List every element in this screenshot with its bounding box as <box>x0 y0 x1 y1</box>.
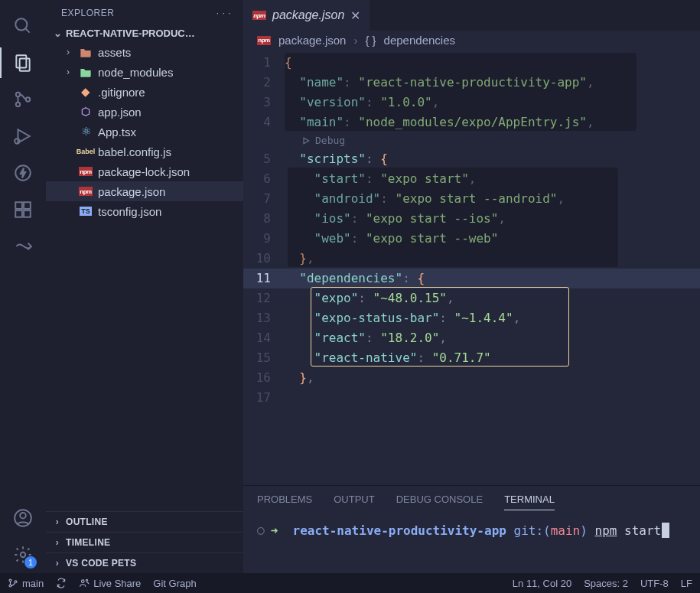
terminal[interactable]: ○ ➜ react-native-productivity-app git:(m… <box>243 515 700 573</box>
tree-file-gitignore[interactable]: ◆ .gitignore <box>46 82 243 102</box>
tree-folder-node-modules[interactable]: › node_modules <box>46 62 243 82</box>
tree-file-app-tsx[interactable]: ⚛ App.tsx <box>46 122 243 142</box>
code-editor[interactable]: 1{ 2 "name": "react-native-productivity-… <box>243 50 700 485</box>
tree-label: node_modules <box>98 66 173 79</box>
svg-rect-2 <box>16 55 26 67</box>
panel-tabs: PROBLEMS OUTPUT DEBUG CONSOLE TERMINAL <box>243 486 700 515</box>
svg-point-21 <box>82 580 85 583</box>
svg-line-1 <box>25 28 29 32</box>
chevron-right-icon: › <box>52 516 63 527</box>
git-icon: ◆ <box>78 85 93 99</box>
svg-point-20 <box>15 581 17 583</box>
file-tree: › assets › node_modules ◆ .gitignore app… <box>46 42 243 511</box>
svg-point-4 <box>16 93 20 96</box>
tabs-row: npm package.json ✕ <box>243 0 700 31</box>
sidebar-title: EXPLORER <box>61 8 217 18</box>
terminal-cmd-rest: start <box>624 523 661 538</box>
chevron-right-icon: › <box>63 47 73 57</box>
chevron-right-icon: › <box>52 558 63 569</box>
source-control-icon[interactable] <box>5 81 41 118</box>
tree-folder-assets[interactable]: › assets <box>46 42 243 62</box>
tree-label: assets <box>98 46 131 59</box>
more-icon[interactable]: · · · <box>217 8 231 18</box>
status-liveshare[interactable]: Live Share <box>79 578 141 589</box>
activity-bar: 1 <box>0 0 46 573</box>
breadcrumb[interactable]: npm package.json › { } dependencies <box>243 31 700 50</box>
svg-rect-10 <box>15 202 22 209</box>
breadcrumb-file: package.json <box>278 34 346 47</box>
svg-point-6 <box>26 97 30 101</box>
circle-icon: ○ <box>257 523 265 537</box>
chevron-right-icon: › <box>353 34 357 47</box>
svg-point-9 <box>15 165 31 181</box>
status-branch[interactable]: main <box>8 578 44 589</box>
thunder-icon[interactable] <box>5 155 41 191</box>
chevron-right-icon: › <box>52 537 63 548</box>
tree-file-package-lock[interactable]: npm package-lock.json <box>46 161 243 181</box>
chevron-right-icon: › <box>63 67 73 77</box>
npm-icon: npm <box>78 167 93 176</box>
svg-point-19 <box>9 585 11 587</box>
terminal-cmd-npm: npm <box>595 523 617 538</box>
tree-label: .gitignore <box>98 86 145 99</box>
tree-file-package-json[interactable]: npm package.json <box>46 181 243 201</box>
svg-point-18 <box>9 579 11 582</box>
npm-icon: npm <box>78 187 93 196</box>
run-debug-icon[interactable] <box>5 118 41 155</box>
sidebar: EXPLORER · · · ⌄ REACT-NATIVE-PRODUC… › … <box>46 0 243 573</box>
json-icon <box>78 106 93 117</box>
explorer-icon[interactable] <box>5 44 41 81</box>
folder-icon <box>78 67 93 77</box>
section-timeline[interactable]: › TIMELINE <box>46 532 243 552</box>
status-spaces[interactable]: Spaces: 2 <box>584 578 628 589</box>
svg-point-22 <box>86 579 88 581</box>
tree-label: babel.config.js <box>98 145 171 158</box>
npm-icon: npm <box>257 36 271 45</box>
svg-point-0 <box>15 18 27 30</box>
status-eol[interactable]: LF <box>681 578 692 589</box>
terminal-git-label: git:( <box>514 523 551 538</box>
panel-tab-debug-console[interactable]: DEBUG CONSOLE <box>396 494 483 510</box>
babel-icon: Babel <box>78 148 93 155</box>
project-name: REACT-NATIVE-PRODUC… <box>66 28 195 39</box>
share-icon[interactable] <box>5 228 41 265</box>
account-icon[interactable] <box>5 500 41 536</box>
status-encoding[interactable]: UTF-8 <box>640 578 669 589</box>
tree-file-tsconfig[interactable]: TS tsconfig.json <box>46 201 243 221</box>
extensions-icon[interactable] <box>5 191 41 228</box>
section-vscode-pets[interactable]: › VS CODE PETS <box>46 552 243 573</box>
tree-label: app.json <box>98 106 142 119</box>
tree-label: tsconfig.json <box>98 205 161 218</box>
status-sync-icon[interactable] <box>56 578 67 588</box>
svg-point-5 <box>16 103 20 106</box>
section-outline[interactable]: › OUTLINE <box>46 511 243 532</box>
tree-label: App.tsx <box>98 125 136 138</box>
terminal-dir: react-native-productivity-app <box>293 523 506 538</box>
svg-rect-13 <box>24 202 31 209</box>
close-icon[interactable]: ✕ <box>350 8 360 23</box>
svg-rect-3 <box>20 59 30 71</box>
panel-tab-problems[interactable]: PROBLEMS <box>257 494 312 510</box>
settings-badge: 1 <box>24 556 37 569</box>
braces-icon: { } <box>365 34 376 47</box>
panel-tab-output[interactable]: OUTPUT <box>334 494 374 510</box>
terminal-cursor <box>662 523 669 538</box>
svg-rect-11 <box>15 210 22 217</box>
tab-package-json[interactable]: npm package.json ✕ <box>243 0 370 31</box>
status-position[interactable]: Ln 11, Col 20 <box>513 578 571 589</box>
tree-file-app-json[interactable]: app.json <box>46 102 243 122</box>
settings-icon[interactable]: 1 <box>5 536 41 573</box>
tree-label: package-lock.json <box>98 165 190 178</box>
search-icon[interactable] <box>5 8 41 44</box>
codelens-debug[interactable]: Debug <box>243 132 700 149</box>
svg-point-15 <box>20 513 26 519</box>
project-header[interactable]: ⌄ REACT-NATIVE-PRODUC… <box>46 24 243 42</box>
svg-marker-17 <box>304 138 309 144</box>
svg-rect-12 <box>24 210 31 217</box>
react-icon: ⚛ <box>78 125 93 138</box>
tree-file-babel[interactable]: Babel babel.config.js <box>46 142 243 161</box>
prompt-arrow: ➜ <box>271 523 278 538</box>
panel-tab-terminal[interactable]: TERMINAL <box>504 494 555 510</box>
editor-area: npm package.json ✕ npm package.json › { … <box>243 0 700 573</box>
status-gitgraph[interactable]: Git Graph <box>153 578 196 589</box>
